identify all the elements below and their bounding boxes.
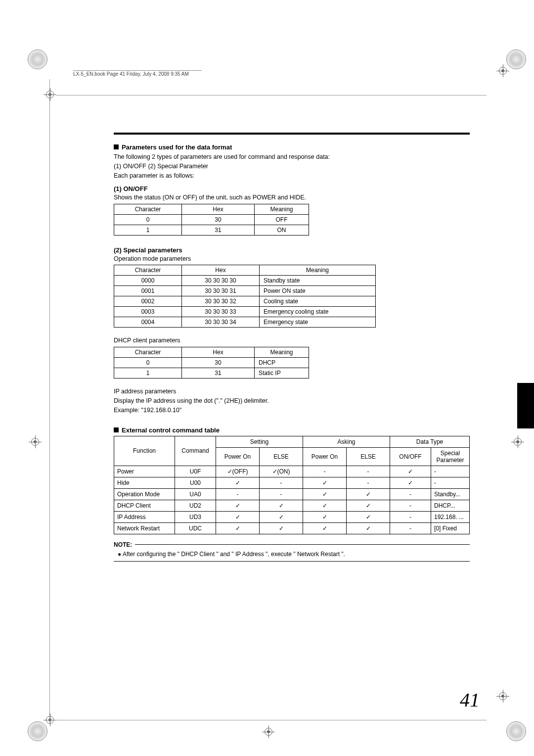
note-body: ● After configuring the " DHCP Client " … xyxy=(118,550,470,558)
note-label: NOTE: xyxy=(114,541,132,548)
heading-onoff: (1) ON/OFF xyxy=(114,185,470,192)
th-meaning: Meaning xyxy=(255,204,309,214)
square-bullet-icon xyxy=(114,427,119,432)
book-header: LX-5_EN.book Page 41 Friday, July 4, 200… xyxy=(73,70,202,77)
th-hex: Hex xyxy=(182,265,260,276)
table-dhcp-client: Character Hex Meaning 030DHCP 131Static … xyxy=(114,347,309,378)
square-bullet-icon xyxy=(114,144,119,149)
heading-parameters: Parameters used for the data format xyxy=(114,143,470,151)
th-setting: Setting xyxy=(216,436,303,447)
table-row: 000030 30 30 30Standby state xyxy=(114,276,376,286)
registration-mark-br xyxy=(496,690,509,703)
heading-parameters-text: Parameters used for the data format xyxy=(122,143,232,151)
table-row: Network RestartUDC✓✓✓✓-[0] Fixed xyxy=(114,522,470,534)
th-onoff: ON/OFF xyxy=(390,447,431,466)
intro-line3: Each parameter is as follows: xyxy=(114,172,470,180)
heading-command-table-text: External control command table xyxy=(122,426,220,434)
note-end-rule xyxy=(114,561,470,562)
op-mode-subtitle: Operation mode parameters xyxy=(114,255,470,263)
registration-mark-bl xyxy=(44,713,56,726)
th-special-param: Special Parameter xyxy=(431,447,470,466)
table-row: 000130 30 30 31Power ON state xyxy=(114,286,376,296)
th-command: Command xyxy=(175,436,216,466)
th-meaning: Meaning xyxy=(260,265,376,276)
note-header: NOTE: xyxy=(114,541,470,548)
ip-line2: Example: "192.168.0.10" xyxy=(114,406,470,415)
crop-mark-tr xyxy=(506,49,526,69)
table-row: Operation ModeUA0--✓✓-Standby... xyxy=(114,488,470,500)
table-row: 030DHCP xyxy=(114,358,309,368)
th-asking: Asking xyxy=(303,436,390,447)
th-asking-poweron: Power On xyxy=(303,447,347,466)
crop-rule-left xyxy=(49,79,50,722)
heading-command-table: External control command table xyxy=(114,426,470,434)
page-number: 41 xyxy=(460,688,480,711)
table-row: 131ON xyxy=(114,225,309,235)
table-row: 000330 30 30 33Emergency cooling state xyxy=(114,307,376,317)
page-content: Parameters used for the data format The … xyxy=(114,133,470,562)
note-rule xyxy=(135,544,470,545)
table-row: 000230 30 30 32Cooling state xyxy=(114,296,376,307)
table-command: Function Command Setting Asking Data Typ… xyxy=(114,436,470,534)
registration-mark-bc xyxy=(262,725,275,738)
dhcp-subtitle: DHCP client parameters xyxy=(114,336,470,345)
table-row: DHCP ClientUD2✓✓✓✓-DHCP... xyxy=(114,500,470,511)
crop-mark-br xyxy=(506,721,526,741)
crop-rule-bottom xyxy=(56,720,487,720)
table-onoff: Character Hex Meaning 030OFF 131ON xyxy=(114,204,309,236)
th-function: Function xyxy=(114,436,175,466)
table-row: IP AddressUD3✓✓✓✓-192.168. ... xyxy=(114,511,470,522)
th-character: Character xyxy=(114,204,182,214)
table-row: 131Static IP xyxy=(114,368,309,378)
th-hex: Hex xyxy=(182,204,255,214)
th-hex: Hex xyxy=(182,347,255,358)
ip-line1: Display the IP address using the dot (".… xyxy=(114,397,470,405)
table-row: 030OFF xyxy=(114,214,309,225)
registration-mark-mr xyxy=(511,435,524,448)
registration-mark-tr xyxy=(496,64,509,77)
onoff-desc: Shows the status (ON or OFF) of the unit… xyxy=(114,193,470,202)
crop-mark-tl xyxy=(28,49,47,69)
table-row: Character Hex Meaning xyxy=(114,347,309,358)
table-row: HideU00✓-✓-✓- xyxy=(114,477,470,488)
th-data-type: Data Type xyxy=(390,436,470,447)
table-row: PowerU0F✓(OFF)✓(ON)--✓- xyxy=(114,466,470,477)
registration-mark-ml xyxy=(29,435,42,448)
th-character: Character xyxy=(114,347,182,358)
th-character: Character xyxy=(114,265,182,276)
table-row: Function Command Setting Asking Data Typ… xyxy=(114,436,470,447)
th-meaning: Meaning xyxy=(255,347,309,358)
intro-line1: The following 2 types of parameters are … xyxy=(114,153,470,161)
intro-line2: (1) ON/OFF (2) Special Parameter xyxy=(114,162,470,171)
th-setting-else: ELSE xyxy=(260,447,303,466)
ip-subtitle: IP address parameters xyxy=(114,387,470,396)
table-row: 000430 30 30 34Emergency state xyxy=(114,317,376,328)
section-rule xyxy=(114,133,470,135)
crop-rule-top xyxy=(56,95,487,95)
th-setting-poweron: Power On xyxy=(216,447,260,466)
registration-mark-tl xyxy=(44,88,56,101)
table-row: Character Hex Meaning xyxy=(114,265,376,276)
table-operation-mode: Character Hex Meaning 000030 30 30 30Sta… xyxy=(114,265,376,328)
th-asking-else: ELSE xyxy=(347,447,390,466)
table-row: Character Hex Meaning xyxy=(114,204,309,214)
side-tab-marker xyxy=(517,383,534,428)
heading-special: (2) Special parameters xyxy=(114,246,470,254)
